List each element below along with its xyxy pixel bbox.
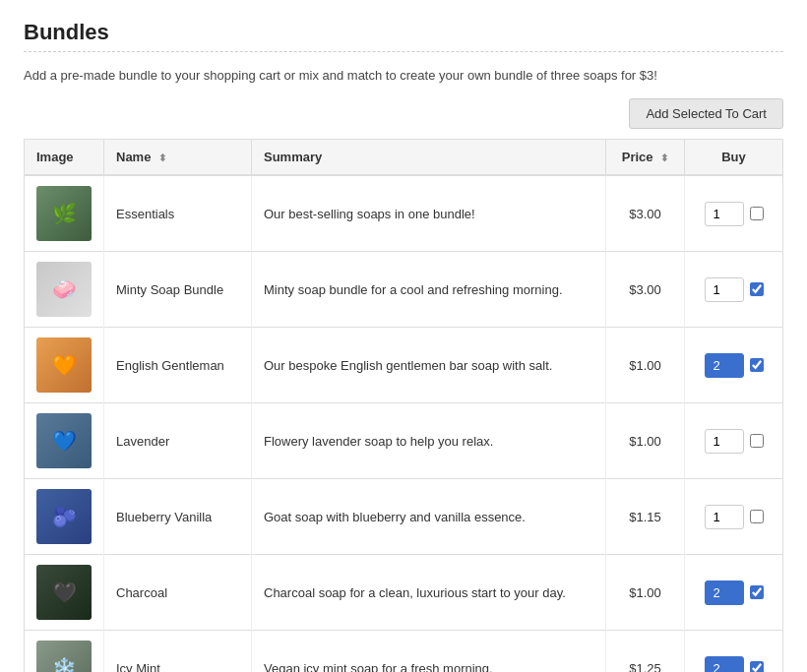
cell-summary-5: Goat soap with blueberry and vanilla ess… bbox=[252, 479, 606, 555]
product-image-2: 🧼 bbox=[36, 262, 92, 317]
cell-image-4: 💙 bbox=[25, 403, 104, 479]
qty-input-6[interactable] bbox=[705, 580, 744, 605]
table-row: 🧡English GentlemanOur bespoke English ge… bbox=[25, 328, 783, 403]
buy-cell-5 bbox=[697, 505, 771, 529]
table-row: 🧼Minty Soap BundleMinty soap bundle for … bbox=[25, 252, 783, 328]
cell-buy-6 bbox=[685, 555, 783, 631]
table-body: 🌿EssentialsOur best-selling soaps in one… bbox=[25, 175, 783, 672]
cell-summary-2: Minty soap bundle for a cool and refresh… bbox=[252, 252, 606, 328]
buy-cell-7 bbox=[697, 656, 771, 673]
product-image-3: 🧡 bbox=[36, 337, 92, 393]
header-buy: Buy bbox=[685, 140, 783, 176]
header-summary: Summary bbox=[252, 140, 606, 176]
buy-checkbox-1[interactable] bbox=[750, 207, 764, 220]
cell-price-2: $3.00 bbox=[606, 252, 685, 328]
cell-summary-3: Our bespoke English gentlemen bar soap w… bbox=[252, 328, 606, 403]
cell-summary-1: Our best-selling soaps in one bundle! bbox=[252, 175, 606, 252]
header-image: Image bbox=[25, 140, 104, 176]
buy-cell-4 bbox=[697, 429, 771, 454]
cell-price-3: $1.00 bbox=[606, 328, 685, 403]
table-row: 🖤CharcoalCharcoal soap for a clean, luxu… bbox=[25, 555, 783, 631]
cell-name-2: Minty Soap Bundle bbox=[104, 252, 252, 328]
cell-price-5: $1.15 bbox=[606, 479, 685, 555]
buy-checkbox-2[interactable] bbox=[750, 282, 764, 296]
buy-cell-1 bbox=[697, 202, 771, 226]
add-to-cart-button-top[interactable]: Add Selected To Cart bbox=[629, 98, 783, 129]
cell-name-5: Blueberry Vanilla bbox=[104, 479, 252, 555]
cell-summary-4: Flowery lavender soap to help you relax. bbox=[252, 403, 606, 479]
buy-checkbox-7[interactable] bbox=[750, 661, 764, 672]
page-title: Bundles bbox=[24, 20, 783, 45]
cell-name-1: Essentials bbox=[104, 175, 252, 252]
page-description: Add a pre-made bundle to your shopping c… bbox=[24, 68, 783, 83]
table-row: ❄️Icy MintVegan icy mint soap for a fres… bbox=[25, 631, 783, 673]
qty-input-7[interactable] bbox=[705, 656, 744, 673]
buy-cell-2 bbox=[697, 277, 771, 302]
qty-input-1[interactable] bbox=[705, 202, 744, 226]
header-name[interactable]: Name ⬍ bbox=[104, 140, 252, 176]
cell-summary-6: Charcoal soap for a clean, luxurious sta… bbox=[252, 555, 606, 631]
qty-input-5[interactable] bbox=[705, 505, 744, 529]
cell-name-7: Icy Mint bbox=[104, 631, 252, 673]
cell-summary-7: Vegan icy mint soap for a fresh morning. bbox=[252, 631, 606, 673]
cell-buy-2 bbox=[685, 252, 783, 328]
cell-image-2: 🧼 bbox=[25, 252, 104, 328]
table-header: Image Name ⬍ Summary Price ⬍ Buy bbox=[25, 140, 783, 176]
cell-buy-1 bbox=[685, 175, 783, 252]
cell-buy-5 bbox=[685, 479, 783, 555]
sort-icon-name: ⬍ bbox=[158, 153, 166, 163]
cell-name-4: Lavender bbox=[104, 403, 252, 479]
sort-icon-price: ⬍ bbox=[660, 153, 668, 163]
cell-price-7: $1.25 bbox=[606, 631, 685, 673]
product-image-5: 🫐 bbox=[36, 489, 92, 544]
cell-price-1: $3.00 bbox=[606, 175, 685, 252]
cell-buy-4 bbox=[685, 403, 783, 479]
title-divider bbox=[24, 51, 783, 52]
cell-image-7: ❄️ bbox=[25, 631, 104, 673]
table-row: 💙LavenderFlowery lavender soap to help y… bbox=[25, 403, 783, 479]
buy-checkbox-5[interactable] bbox=[750, 510, 764, 523]
bundles-table: Image Name ⬍ Summary Price ⬍ Buy 🌿Essent… bbox=[24, 139, 783, 672]
cell-price-4: $1.00 bbox=[606, 403, 685, 479]
product-image-4: 💙 bbox=[36, 413, 92, 468]
cell-name-6: Charcoal bbox=[104, 555, 252, 631]
qty-input-4[interactable] bbox=[705, 429, 744, 454]
cell-price-6: $1.00 bbox=[606, 555, 685, 631]
cell-name-3: English Gentleman bbox=[104, 328, 252, 403]
buy-checkbox-4[interactable] bbox=[750, 434, 764, 448]
cell-buy-7 bbox=[685, 631, 783, 673]
product-image-6: 🖤 bbox=[36, 565, 92, 620]
cell-image-6: 🖤 bbox=[25, 555, 104, 631]
qty-input-2[interactable] bbox=[705, 277, 744, 302]
buy-cell-6 bbox=[697, 580, 771, 605]
product-image-1: 🌿 bbox=[36, 186, 92, 241]
header-price[interactable]: Price ⬍ bbox=[606, 140, 685, 176]
product-image-7: ❄️ bbox=[36, 641, 92, 672]
top-action-bar: Add Selected To Cart bbox=[24, 98, 783, 129]
table-row: 🫐Blueberry VanillaGoat soap with blueber… bbox=[25, 479, 783, 555]
buy-cell-3 bbox=[697, 353, 771, 378]
cell-image-3: 🧡 bbox=[25, 328, 104, 403]
buy-checkbox-3[interactable] bbox=[750, 358, 764, 372]
cell-image-1: 🌿 bbox=[25, 175, 104, 252]
cell-image-5: 🫐 bbox=[25, 479, 104, 555]
cell-buy-3 bbox=[685, 328, 783, 403]
table-row: 🌿EssentialsOur best-selling soaps in one… bbox=[25, 175, 783, 252]
buy-checkbox-6[interactable] bbox=[750, 585, 764, 599]
qty-input-3[interactable] bbox=[705, 353, 744, 378]
